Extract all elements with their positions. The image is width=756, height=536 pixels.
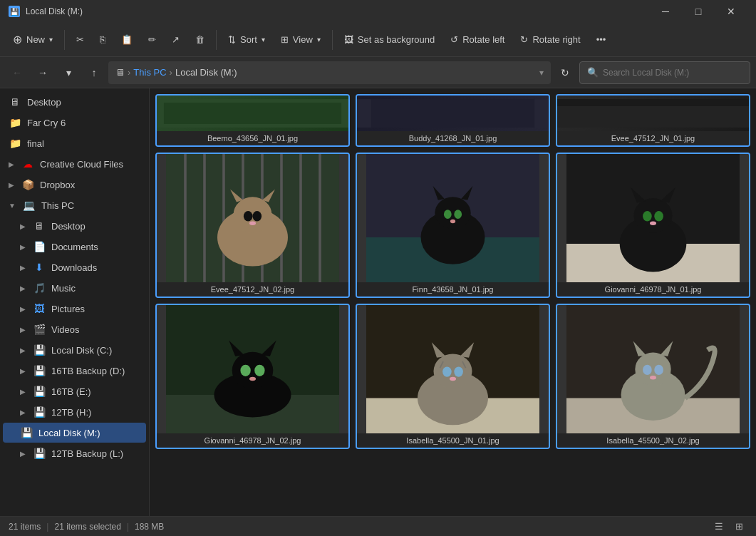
up-button[interactable]: ↑ <box>83 61 105 84</box>
minimize-button[interactable]: ─ <box>649 0 682 23</box>
file-item-giovanni2[interactable]: Giovanni_46978_JN_02.jpg <box>155 304 350 449</box>
sidebar-item-documents[interactable]: ▶ 📄 Documents <box>3 237 146 257</box>
sidebar-item-creative-cloud[interactable]: ▶ ☁ Creative Cloud Files <box>3 154 146 174</box>
sidebar-item-final[interactable]: 📁 final <box>3 133 146 153</box>
breadcrumb-dropdown-icon[interactable]: ▾ <box>539 68 544 78</box>
videos-icon: 🎬 <box>33 323 46 336</box>
this-pc-arrow-icon: ▼ <box>9 202 16 210</box>
svg-point-57 <box>454 366 463 376</box>
file-item-beemo[interactable]: Beemo_43656_JN_01.jpg <box>155 94 350 147</box>
forward-button[interactable]: → <box>31 61 54 84</box>
sidebar-item-music[interactable]: ▶ 🎵 Music <box>3 278 146 298</box>
view-label: View <box>293 34 313 45</box>
share-button[interactable]: ↗ <box>165 27 187 53</box>
cut-button[interactable]: ✂ <box>69 27 91 53</box>
file-item-buddy[interactable]: Buddy_41268_JN_01.jpg <box>356 94 550 147</box>
svg-point-49 <box>249 377 256 381</box>
main-layout: 🖥 Desktop 📁 Far Cry 6 📁 final ▶ ☁ Creati… <box>0 88 756 516</box>
breadcrumb-sep-2: › <box>170 67 172 78</box>
rotate-right-button[interactable]: ↻ Rotate right <box>513 27 587 53</box>
file-item-evee1[interactable]: Evee_47512_JN_01.jpg <box>556 94 750 147</box>
rotate-left-icon: ↺ <box>450 34 458 45</box>
sidebar-item-label: 16TB Backup (D:) <box>51 366 125 376</box>
svg-point-68 <box>654 365 663 375</box>
backup-d-arrow-icon: ▶ <box>20 367 26 375</box>
svg-point-38 <box>643 211 652 221</box>
window-title: Local Disk (M:) <box>26 6 83 16</box>
new-button[interactable]: ⊕ New ▾ <box>6 27 60 53</box>
delete-icon: 🗑 <box>195 34 204 45</box>
close-button[interactable]: ✕ <box>715 0 747 23</box>
svg-point-69 <box>650 376 656 379</box>
copy-button[interactable]: ⎘ <box>93 27 113 53</box>
search-icon: 🔍 <box>587 67 599 78</box>
sidebar-item-this-pc[interactable]: ▼ 💻 This PC <box>3 195 146 215</box>
view-button[interactable]: ⊞ View ▾ <box>274 27 328 53</box>
rename-button[interactable]: ✏ <box>141 27 163 53</box>
sidebar-item-label: Desktop <box>51 221 86 232</box>
sidebar-item-label: 12TB (H:) <box>51 407 91 418</box>
recent-locations-button[interactable]: ▾ <box>57 61 80 84</box>
sidebar-item-12tb-h[interactable]: ▶ 💾 12TB (H:) <box>3 402 146 422</box>
rotate-left-label: Rotate left <box>462 34 504 45</box>
file-item-isabella1[interactable]: Isabella_45500_JN_01.jpg <box>356 304 550 449</box>
sidebar-item-downloads[interactable]: ▶ ⬇ Downloads <box>3 257 146 277</box>
search-bar[interactable]: 🔍 Search Local Disk (M:) <box>579 61 750 84</box>
breadcrumb-this-pc[interactable]: This PC <box>133 67 166 78</box>
svg-point-30 <box>454 210 462 219</box>
rotate-left-button[interactable]: ↺ Rotate left <box>443 27 512 53</box>
search-placeholder: Search Local Disk (M:) <box>603 68 689 78</box>
file-thumb-isabella1 <box>357 305 549 433</box>
sidebar-item-backup-d[interactable]: ▶ 💾 16TB Backup (D:) <box>3 361 146 381</box>
svg-point-26 <box>435 197 470 229</box>
sidebar-item-pictures[interactable]: ▶ 🖼 Pictures <box>3 299 146 319</box>
sidebar-item-local-c[interactable]: ▶ 💾 Local Disk (C:) <box>3 340 146 360</box>
file-thumb-evee2 <box>157 154 348 282</box>
back-button[interactable]: ← <box>6 61 29 84</box>
set-background-button[interactable]: 🖼 Set as background <box>337 27 442 53</box>
app-icon: 💾 <box>9 6 20 17</box>
sidebar-item-label: Local Disk (C:) <box>51 345 112 356</box>
desktop-icon: 🖥 <box>33 220 46 232</box>
more-button[interactable]: ••• <box>589 27 613 53</box>
file-item-isabella2[interactable]: Isabella_45500_JN_02.jpg <box>556 304 750 449</box>
sidebar-item-label: Pictures <box>51 304 85 314</box>
svg-point-44 <box>232 352 274 389</box>
new-label: New <box>26 34 45 45</box>
file-thumb-giovanni2 <box>157 305 348 433</box>
sidebar-item-farcry[interactable]: 📁 Far Cry 6 <box>3 113 146 133</box>
toolbar-sep-2 <box>216 30 217 50</box>
file-name-buddy: Buddy_41268_JN_01.jpg <box>357 131 549 145</box>
refresh-button[interactable]: ↻ <box>554 61 576 84</box>
svg-point-56 <box>442 366 452 376</box>
sidebar-item-desktop[interactable]: ▶ 🖥 Desktop <box>3 216 146 236</box>
file-item-finn[interactable]: Finn_43658_JN_01.jpg <box>356 153 550 298</box>
sidebar-item-12tb-backup[interactable]: ▶ 💾 12TB Backup (L:) <box>3 443 146 463</box>
pictures-arrow-icon: ▶ <box>20 305 26 313</box>
file-item-giovanni1[interactable]: Giovanni_46978_JN_01.jpg <box>556 153 750 298</box>
status-bar: 21 items | 21 items selected | 188 MB ☰ … <box>0 516 756 536</box>
set-background-label: Set as background <box>358 34 435 45</box>
sidebar-item-label: Dropbox <box>40 180 75 190</box>
view-icon: ⊞ <box>281 34 289 45</box>
sidebar-item-16tb-e[interactable]: ▶ 💾 16TB (E:) <box>3 381 146 401</box>
sidebar-item-dropbox[interactable]: ▶ 📦 Dropbox <box>3 175 146 195</box>
copy-icon: ⎘ <box>100 34 105 45</box>
sort-chevron-icon: ▾ <box>262 36 265 43</box>
sidebar-item-videos[interactable]: ▶ 🎬 Videos <box>3 319 146 339</box>
12tb-h-arrow-icon: ▶ <box>20 408 26 416</box>
detail-view-button[interactable]: ☰ <box>710 518 727 535</box>
12tb-backup-arrow-icon: ▶ <box>20 450 26 458</box>
breadcrumb[interactable]: 🖥 › This PC › Local Disk (M:) ▾ <box>108 61 551 84</box>
sort-button[interactable]: ⇅ Sort ▾ <box>221 27 272 53</box>
title-bar: 💾 Local Disk (M:) ─ □ ✕ <box>0 0 756 23</box>
delete-button[interactable]: 🗑 <box>188 27 212 53</box>
sidebar-item-desktop-top[interactable]: 🖥 Desktop <box>3 92 146 112</box>
items-count: 21 items <box>9 522 41 532</box>
sidebar-item-local-m[interactable]: 💾 Local Disk (M:) <box>3 423 146 443</box>
file-item-evee2[interactable]: Evee_47512_JN_02.jpg <box>155 153 350 298</box>
paste-button[interactable]: 📋 <box>114 27 140 53</box>
maximize-button[interactable]: □ <box>682 0 715 23</box>
thumbnail-view-button[interactable]: ⊞ <box>730 518 747 535</box>
local-c-icon: 💾 <box>33 344 46 356</box>
